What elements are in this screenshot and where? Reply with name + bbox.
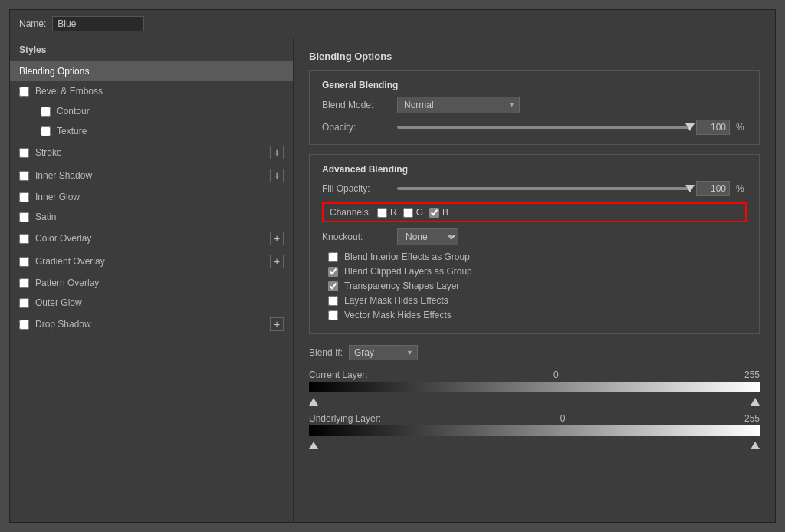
gradient-overlay-plus-btn[interactable]: + [270, 255, 284, 268]
outer-glow-label: Outer Glow [35, 297, 82, 308]
outer-glow-left: Outer Glow [19, 297, 82, 308]
underlying-layer-min: 0 [560, 413, 566, 424]
inner-glow-checkbox[interactable] [19, 192, 29, 202]
knockout-select[interactable]: None Shallow Deep [397, 228, 458, 245]
advanced-blending-box: Advanced Blending Fill Opacity: % Channe… [309, 154, 760, 334]
contour-checkbox[interactable] [41, 107, 51, 117]
sidebar-item-bevel-emboss[interactable]: Bevel & Emboss [10, 81, 293, 101]
drop-shadow-checkbox[interactable] [19, 320, 29, 330]
satin-left: Satin [19, 212, 56, 222]
outer-glow-checkbox[interactable] [19, 298, 29, 308]
channel-b-item: B [429, 207, 448, 218]
gradient-overlay-checkbox[interactable] [19, 257, 29, 267]
sidebar-item-outer-glow[interactable]: Outer Glow [10, 293, 293, 313]
blend-interior-label: Blend Interior Effects as Group [344, 251, 470, 262]
fill-opacity-input[interactable] [696, 181, 730, 196]
blending-options-left: Blending Options [19, 66, 89, 77]
sidebar-item-pattern-overlay[interactable]: Pattern Overlay [10, 273, 293, 293]
channel-r-label: R [390, 207, 397, 218]
fill-opacity-slider-track[interactable] [397, 187, 690, 190]
blend-if-select[interactable]: Gray Red Green Blue [349, 345, 418, 360]
current-layer-left-arrow[interactable] [309, 398, 318, 406]
blend-if-row: Blend If: Gray Red Green Blue [309, 345, 760, 360]
inner-shadow-left: Inner Shadow [19, 170, 92, 181]
layer-mask-hides-label: Layer Mask Hides Effects [344, 295, 448, 306]
underlying-layer-right-arrow[interactable] [751, 442, 760, 449]
blend-interior-checkbox[interactable] [328, 252, 338, 262]
bevel-emboss-checkbox[interactable] [19, 87, 29, 97]
knockout-row: Knockout: None Shallow Deep [322, 228, 747, 245]
stroke-left: Stroke [19, 147, 62, 158]
color-overlay-checkbox[interactable] [19, 234, 29, 244]
opacity-input[interactable] [696, 120, 730, 135]
gradient-overlay-left: Gradient Overlay [19, 256, 105, 267]
opacity-slider-track[interactable] [397, 126, 690, 129]
sidebar-item-gradient-overlay[interactable]: Gradient Overlay + [10, 250, 293, 273]
blend-mode-select[interactable]: Normal Dissolve Multiply Screen Overlay [397, 97, 520, 113]
channel-b-checkbox[interactable] [429, 208, 439, 218]
inner-shadow-checkbox[interactable] [19, 171, 29, 181]
blend-clipped-checkbox[interactable] [328, 267, 338, 277]
transparency-shapes-checkbox[interactable] [328, 281, 338, 291]
underlying-layer-left-arrow[interactable] [309, 442, 318, 449]
stroke-checkbox[interactable] [19, 148, 29, 158]
channels-label: Channels: [330, 207, 371, 218]
opacity-slider-thumb[interactable] [685, 123, 695, 131]
channel-g-checkbox[interactable] [403, 208, 413, 218]
satin-checkbox[interactable] [19, 212, 29, 222]
current-layer-arrows [309, 398, 760, 406]
underlying-layer-gradient-container [309, 425, 760, 438]
drop-shadow-plus-btn[interactable]: + [270, 317, 284, 331]
sidebar-item-stroke[interactable]: Stroke + [10, 141, 293, 164]
fill-opacity-slider-thumb[interactable] [685, 185, 695, 192]
sidebar-item-contour[interactable]: Contour [10, 101, 293, 121]
stroke-label: Stroke [35, 147, 62, 158]
general-blending-box: General Blending Blend Mode: Normal Diss… [309, 70, 760, 145]
drop-shadow-label: Drop Shadow [35, 319, 91, 330]
current-layer-max: 255 [744, 369, 760, 380]
sidebar-item-texture[interactable]: Texture [10, 121, 293, 141]
channel-b-label: B [442, 207, 448, 218]
sidebar-item-inner-shadow[interactable]: Inner Shadow + [10, 164, 293, 187]
right-panel: Blending Options General Blending Blend … [294, 38, 775, 522]
current-layer-gradient-container [309, 382, 760, 395]
current-layer-values-row: Current Layer: 0 255 [309, 369, 760, 380]
check-vector-mask-hides: Vector Mask Hides Effects [328, 310, 747, 320]
title-bar: Name: Blue [10, 10, 775, 38]
styles-header: Styles [10, 38, 293, 61]
main-section-title: Blending Options [309, 51, 760, 62]
underlying-layer-section: Underlying Layer: 0 255 [309, 413, 760, 449]
sidebar-item-blending-options[interactable]: Blending Options [10, 61, 293, 81]
blend-mode-row: Blend Mode: Normal Dissolve Multiply Scr… [322, 97, 747, 113]
texture-left: Texture [41, 126, 87, 136]
sidebar-item-inner-glow[interactable]: Inner Glow [10, 187, 293, 207]
color-overlay-plus-btn[interactable]: + [270, 232, 284, 245]
channels-row: Channels: R G B [322, 202, 747, 222]
texture-checkbox[interactable] [41, 126, 51, 136]
channel-r-item: R [377, 207, 397, 218]
inner-glow-left: Inner Glow [19, 192, 80, 202]
sidebar-item-color-overlay[interactable]: Color Overlay + [10, 227, 293, 250]
name-label: Name: [19, 18, 46, 29]
vector-mask-hides-checkbox[interactable] [328, 310, 338, 320]
fill-opacity-pct: % [736, 183, 747, 194]
channel-r-checkbox[interactable] [377, 208, 387, 218]
dialog-content: Styles Blending Options Bevel & Emboss C… [10, 38, 775, 522]
sidebar-item-satin[interactable]: Satin [10, 207, 293, 227]
check-layer-mask-hides: Layer Mask Hides Effects [328, 295, 747, 306]
transparency-shapes-label: Transparency Shapes Layer [344, 281, 459, 291]
layer-mask-hides-checkbox[interactable] [328, 296, 338, 306]
current-layer-right-arrow[interactable] [751, 398, 760, 406]
stroke-plus-btn[interactable]: + [270, 146, 284, 159]
opacity-row: Opacity: % [322, 120, 747, 135]
pattern-overlay-label: Pattern Overlay [35, 277, 99, 288]
pattern-overlay-checkbox[interactable] [19, 278, 29, 288]
name-input[interactable]: Blue [52, 16, 144, 31]
svg-rect-0 [309, 382, 760, 392]
sidebar-item-drop-shadow[interactable]: Drop Shadow + [10, 313, 293, 336]
inner-shadow-plus-btn[interactable]: + [270, 169, 284, 182]
bevel-emboss-label: Bevel & Emboss [35, 86, 103, 97]
blend-if-select-wrapper: Gray Red Green Blue [349, 345, 418, 360]
inner-shadow-label: Inner Shadow [35, 170, 92, 181]
pattern-overlay-left: Pattern Overlay [19, 277, 99, 288]
